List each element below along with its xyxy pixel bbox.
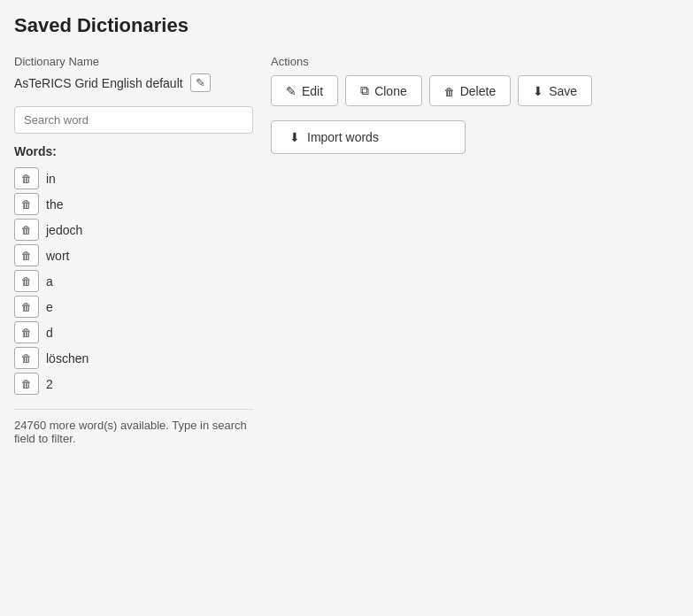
word-text: löschen (46, 351, 89, 366)
edit-inline-button[interactable] (190, 73, 211, 92)
trash-icon (21, 249, 32, 262)
main-layout: Dictionary Name AsTeRICS Grid English de… (14, 55, 679, 445)
delete-word-button[interactable] (14, 321, 39, 343)
delete-label: Delete (460, 84, 496, 98)
delete-word-button[interactable] (14, 373, 39, 395)
delete-word-button[interactable] (14, 167, 39, 189)
trash-icon (21, 223, 32, 236)
delete-icon (444, 84, 455, 98)
right-panel: Actions Edit Clone Delete Save (253, 55, 679, 445)
dict-name-row: AsTeRICS Grid English default (14, 73, 253, 92)
list-item: jedoch (14, 219, 253, 241)
word-text: the (46, 197, 63, 212)
external-edit-icon (196, 76, 205, 89)
save-label: Save (549, 84, 577, 98)
word-text: e (46, 300, 53, 314)
import-icon (289, 130, 300, 144)
word-text: in (46, 172, 56, 186)
edit-icon (286, 84, 296, 98)
list-item: e (14, 296, 253, 318)
trash-icon (21, 326, 32, 339)
left-panel: Dictionary Name AsTeRICS Grid English de… (14, 55, 253, 445)
list-item: 2 (14, 373, 253, 395)
trash-icon (21, 172, 32, 185)
clone-button[interactable]: Clone (345, 75, 422, 106)
edit-button[interactable]: Edit (271, 75, 338, 106)
delete-word-button[interactable] (14, 296, 39, 318)
delete-word-button[interactable] (14, 193, 39, 215)
delete-button[interactable]: Delete (429, 75, 511, 106)
words-label: Words: (14, 144, 253, 158)
word-text: d (46, 326, 53, 340)
delete-word-button[interactable] (14, 270, 39, 292)
list-item: wort (14, 244, 253, 266)
word-text: 2 (46, 377, 53, 391)
list-item: the (14, 193, 253, 215)
list-item: in (14, 167, 253, 189)
edit-label: Edit (302, 84, 323, 98)
save-icon (533, 84, 543, 98)
word-text: a (46, 274, 53, 289)
save-button[interactable]: Save (518, 75, 592, 106)
import-label: Import words (307, 130, 379, 144)
search-input[interactable] (14, 106, 253, 134)
delete-word-button[interactable] (14, 244, 39, 266)
clone-icon (360, 83, 369, 98)
trash-icon (21, 300, 32, 313)
word-text: wort (46, 249, 69, 263)
action-buttons-row: Edit Clone Delete Save (271, 75, 679, 106)
trash-icon (21, 351, 32, 365)
delete-word-button[interactable] (14, 219, 39, 241)
trash-icon (21, 197, 32, 211)
trash-icon (21, 274, 32, 288)
footer-note: 24760 more word(s) available. Type in se… (14, 409, 253, 445)
actions-label: Actions (271, 55, 679, 68)
word-list: inthejedochwortaedlöschen2 (14, 167, 253, 395)
dict-name-label: Dictionary Name (14, 55, 253, 68)
page-title: Saved Dictionaries (14, 14, 679, 37)
list-item: a (14, 270, 253, 292)
trash-icon (21, 377, 32, 390)
list-item: d (14, 321, 253, 343)
clone-label: Clone (374, 84, 407, 98)
word-text: jedoch (46, 223, 82, 237)
list-item: löschen (14, 347, 253, 369)
dict-name-value: AsTeRICS Grid English default (14, 76, 183, 90)
delete-word-button[interactable] (14, 347, 39, 369)
import-words-button[interactable]: Import words (271, 120, 466, 154)
page-container: Saved Dictionaries Dictionary Name AsTeR… (0, 0, 693, 616)
